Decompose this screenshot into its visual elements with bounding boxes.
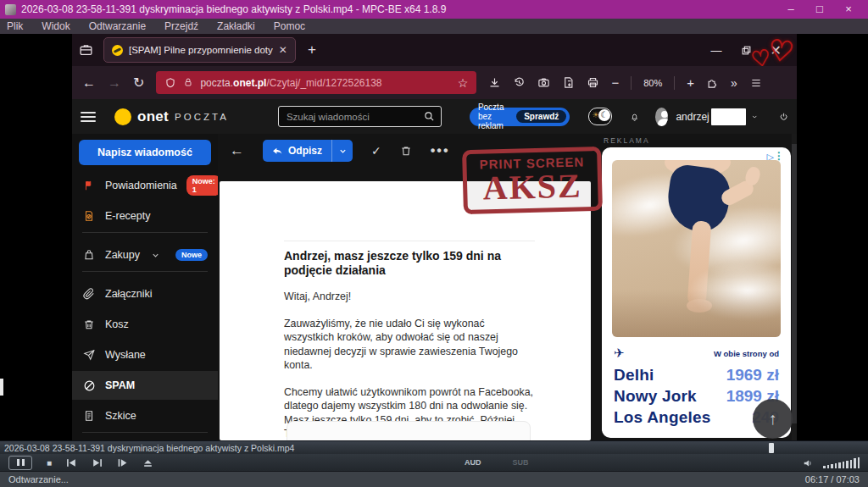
pause-button[interactable] <box>8 456 32 470</box>
step-forward-button[interactable] <box>117 458 128 468</box>
scrollbar-thumb[interactable] <box>792 144 797 423</box>
ad-photo-beach <box>612 160 781 337</box>
seek-bar[interactable]: 2026-03-08 23-58-11-391 dyskryminacja bi… <box>0 440 868 454</box>
sidebar-item-label: Szkice <box>105 410 136 422</box>
menu-odtwarzanie[interactable]: Odtwarzanie <box>89 20 146 32</box>
back-icon[interactable]: ← <box>82 75 96 91</box>
search-icon[interactable] <box>424 111 435 122</box>
browser-tab[interactable]: [SPAM] Pilne przypomnienie doty ✕ <box>103 37 296 63</box>
account-name[interactable]: andrzej <box>676 111 709 123</box>
next-button[interactable] <box>92 458 103 468</box>
forward-icon[interactable]: → <box>108 75 121 91</box>
overflow-chevrons-icon[interactable]: » <box>731 76 737 90</box>
logout-power-icon[interactable] <box>779 110 788 124</box>
browser-menu-icon[interactable] <box>749 77 763 89</box>
new-tab-button[interactable]: + <box>308 42 316 58</box>
chevron-down-icon[interactable] <box>751 112 758 122</box>
zoom-level[interactable]: 80% <box>643 78 662 88</box>
close-button[interactable]: × <box>834 0 863 19</box>
browser-window-controls: — ✕ ♡ ♡ <box>711 42 790 58</box>
download-icon[interactable] <box>488 76 501 89</box>
delete-trash-icon[interactable] <box>400 145 412 157</box>
sidebar-item-erecepty[interactable]: E-recepty <box>72 202 218 230</box>
notifications-bell-icon[interactable] <box>630 110 639 124</box>
sidebar-item-spam[interactable]: SPAM <box>72 371 218 400</box>
browser-window: [SPAM] Pilne przypomnienie doty ✕ + — ✕ … <box>72 34 797 440</box>
browser-minimize-button[interactable]: — <box>711 44 722 57</box>
compose-button[interactable]: Napisz wiadomość <box>79 140 211 165</box>
speaker-icon[interactable] <box>803 458 815 468</box>
sidebar-item-wyslane[interactable]: Wysłane <box>72 340 218 369</box>
menu-widok[interactable]: Widok <box>42 20 70 32</box>
avatar[interactable] <box>655 108 668 126</box>
mail-menu-icon[interactable] <box>81 109 96 125</box>
new-badge: Nowe <box>175 249 208 261</box>
zoom-out-icon[interactable]: − <box>611 75 619 90</box>
ad-destination-row[interactable]: Nowy Jork 1899 zł <box>614 385 779 407</box>
ad-destination-row[interactable]: Delhi 1969 zł <box>614 364 779 385</box>
stop-button[interactable]: ■ <box>47 458 52 468</box>
video-display[interactable]: [SPAM] Pilne przypomnienie doty ✕ + — ✕ … <box>0 34 868 440</box>
reply-button[interactable]: Odpisz <box>263 140 331 162</box>
menu-pomoc[interactable]: Pomoc <box>274 20 305 32</box>
subtitle-track-label[interactable]: SUB <box>513 458 529 467</box>
eject-button[interactable] <box>142 458 153 468</box>
extensions-puzzle-icon[interactable] <box>706 76 719 89</box>
url-bar[interactable]: poczta.onet.pl/Czytaj/_mid/1272526138 ☆ <box>156 71 476 94</box>
theme-toggle[interactable]: ☀ ☾ <box>588 108 611 125</box>
volume-control[interactable] <box>803 457 860 468</box>
brand-name: onet <box>137 108 169 125</box>
screenshot-camera-icon[interactable] <box>537 76 550 89</box>
chevron-down-icon[interactable] <box>151 251 160 260</box>
zoom-in-icon[interactable]: + <box>687 75 694 90</box>
audio-track-label[interactable]: AUD <box>465 458 481 467</box>
ad-card[interactable]: ▷ ⋮ <box>602 147 791 438</box>
reply-button-group[interactable]: Odpisz <box>263 140 353 162</box>
page-scrollbar[interactable] <box>792 134 797 440</box>
menu-zakladki[interactable]: Zakładki <box>217 20 255 32</box>
save-page-icon[interactable] <box>562 76 575 89</box>
seek-thumb[interactable] <box>769 443 774 453</box>
print-icon[interactable] <box>587 76 599 89</box>
mail-sidebar: Napisz wiadomość Powiadomienia Nowe: 1 E… <box>72 134 218 440</box>
shield-icon[interactable] <box>164 77 176 89</box>
search-bar[interactable] <box>278 106 442 127</box>
browser-close-button[interactable]: ✕ <box>771 42 782 58</box>
sidebar-item-kosz[interactable]: Kosz <box>72 310 218 339</box>
lock-icon <box>183 77 193 88</box>
more-options-icon[interactable]: ••• <box>431 143 450 158</box>
onet-logo[interactable]: onet POCZTA <box>114 108 229 125</box>
volume-bars[interactable] <box>823 457 860 468</box>
promo-label: Poczta bez reklam <box>478 102 510 130</box>
tab-title: [SPAM] Pilne przypomnienie doty <box>129 45 273 55</box>
scroll-to-top-button[interactable]: ↑ <box>753 399 793 439</box>
reply-dropdown-button[interactable] <box>331 140 353 162</box>
sidebar-item-szkice[interactable]: Szkice <box>72 401 218 430</box>
sidebar-item-zalaczniki[interactable]: Załączniki <box>72 279 218 308</box>
sidebar-item-powiadomienia[interactable]: Powiadomienia Nowe: 1 <box>72 171 218 200</box>
tab-manager-icon[interactable] <box>79 43 93 58</box>
previous-button[interactable] <box>66 458 77 468</box>
menu-przejdz[interactable]: Przejdź <box>164 20 198 32</box>
maximize-button[interactable]: □ <box>805 0 834 19</box>
minimize-button[interactable]: – <box>776 0 805 19</box>
shopping-bag-icon <box>82 249 96 261</box>
mark-read-check-icon[interactable]: ✓ <box>371 144 381 158</box>
reload-icon[interactable]: ↻ <box>133 75 144 91</box>
promo-cta-button[interactable]: Sprawdź <box>516 110 566 123</box>
divider <box>674 76 675 90</box>
browser-restore-button[interactable] <box>741 45 752 56</box>
sidebar-item-label: Powiadomienia <box>105 180 177 191</box>
tab-close-icon[interactable]: ✕ <box>279 44 287 56</box>
back-icon[interactable]: ← <box>230 142 244 159</box>
url-text: poczta.onet.pl/Czytaj/_mid/1272526138 <box>200 77 450 89</box>
sidebar-item-zakupy[interactable]: Zakupy Nowe <box>72 241 218 269</box>
flag-icon <box>82 180 96 191</box>
osd-filename: 2026-03-08 23-58-11-391 dyskryminacja bi… <box>0 443 294 453</box>
search-input[interactable] <box>285 111 419 123</box>
bookmark-star-icon[interactable]: ☆ <box>458 76 469 90</box>
history-icon[interactable] <box>513 76 526 89</box>
no-ads-promo-button[interactable]: Poczta bez reklam Sprawdź <box>470 108 570 126</box>
divider <box>82 232 208 233</box>
menu-plik[interactable]: Plik <box>7 20 23 32</box>
